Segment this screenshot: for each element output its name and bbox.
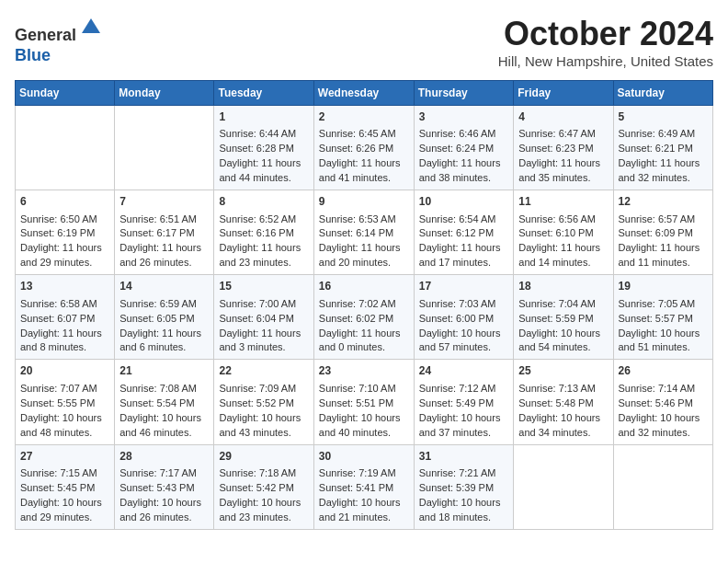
day-number: 6	[20, 194, 109, 210]
location-title: Hill, New Hampshire, United States	[498, 53, 713, 69]
calendar-cell: 1Sunrise: 6:44 AMSunset: 6:28 PMDaylight…	[214, 106, 313, 190]
calendar-cell: 12Sunrise: 6:57 AMSunset: 6:09 PMDayligh…	[613, 190, 713, 275]
calendar-cell: 15Sunrise: 7:00 AMSunset: 6:04 PMDayligh…	[214, 275, 313, 360]
day-number: 27	[20, 449, 109, 465]
day-number: 1	[219, 109, 308, 125]
calendar-cell: 27Sunrise: 7:15 AMSunset: 5:45 PMDayligh…	[16, 444, 115, 529]
day-number: 28	[119, 449, 209, 465]
calendar-cell	[115, 106, 214, 190]
day-number: 4	[518, 109, 608, 125]
day-number: 2	[319, 109, 409, 125]
svg-marker-0	[82, 18, 100, 33]
calendar-cell: 3Sunrise: 6:46 AMSunset: 6:24 PMDaylight…	[414, 106, 514, 190]
calendar-cell: 14Sunrise: 6:59 AMSunset: 6:05 PMDayligh…	[115, 275, 214, 360]
calendar-cell: 16Sunrise: 7:02 AMSunset: 6:02 PMDayligh…	[313, 275, 414, 360]
header-cell-saturday: Saturday	[613, 81, 713, 106]
day-number: 8	[219, 194, 308, 210]
calendar-cell: 29Sunrise: 7:18 AMSunset: 5:42 PMDayligh…	[214, 444, 313, 529]
header-cell-tuesday: Tuesday	[214, 81, 313, 106]
calendar-cell: 10Sunrise: 6:54 AMSunset: 6:12 PMDayligh…	[414, 190, 514, 275]
calendar-cell: 24Sunrise: 7:12 AMSunset: 5:49 PMDayligh…	[414, 360, 514, 444]
day-number: 10	[419, 194, 509, 210]
day-number: 24	[419, 363, 509, 379]
day-number: 15	[219, 279, 308, 294]
day-number: 26	[619, 363, 709, 379]
calendar-cell: 5Sunrise: 6:49 AMSunset: 6:21 PMDaylight…	[613, 106, 713, 190]
calendar-week-row: 27Sunrise: 7:15 AMSunset: 5:45 PMDayligh…	[16, 444, 713, 529]
calendar-cell: 13Sunrise: 6:58 AMSunset: 6:07 PMDayligh…	[16, 275, 115, 360]
header-cell-friday: Friday	[514, 81, 613, 106]
day-number: 3	[419, 109, 509, 125]
day-number: 7	[119, 194, 209, 210]
calendar-header: SundayMondayTuesdayWednesdayThursdayFrid…	[16, 81, 713, 106]
calendar-cell: 6Sunrise: 6:50 AMSunset: 6:19 PMDaylight…	[16, 190, 115, 275]
calendar-cell: 2Sunrise: 6:45 AMSunset: 6:26 PMDaylight…	[313, 106, 414, 190]
header-row: SundayMondayTuesdayWednesdayThursdayFrid…	[16, 81, 713, 106]
day-number: 31	[419, 449, 509, 465]
calendar-week-row: 20Sunrise: 7:07 AMSunset: 5:55 PMDayligh…	[16, 360, 713, 444]
calendar-cell: 11Sunrise: 6:56 AMSunset: 6:10 PMDayligh…	[514, 190, 613, 275]
day-number: 30	[319, 449, 409, 465]
day-number: 29	[219, 449, 308, 465]
calendar-cell: 25Sunrise: 7:13 AMSunset: 5:48 PMDayligh…	[514, 360, 613, 444]
day-number: 20	[20, 363, 109, 379]
day-number: 11	[518, 194, 608, 210]
day-number: 21	[119, 363, 209, 379]
calendar-cell: 23Sunrise: 7:10 AMSunset: 5:51 PMDayligh…	[313, 360, 414, 444]
day-number: 5	[619, 109, 709, 125]
calendar-cell: 22Sunrise: 7:09 AMSunset: 5:52 PMDayligh…	[214, 360, 313, 444]
calendar-cell: 19Sunrise: 7:05 AMSunset: 5:57 PMDayligh…	[613, 275, 713, 360]
calendar-cell: 4Sunrise: 6:47 AMSunset: 6:23 PMDaylight…	[514, 106, 613, 190]
day-number: 23	[319, 363, 409, 379]
calendar-cell: 28Sunrise: 7:17 AMSunset: 5:43 PMDayligh…	[115, 444, 214, 529]
header-cell-sunday: Sunday	[16, 81, 115, 106]
calendar-cell: 31Sunrise: 7:21 AMSunset: 5:39 PMDayligh…	[414, 444, 514, 529]
calendar-cell: 26Sunrise: 7:14 AMSunset: 5:46 PMDayligh…	[613, 360, 713, 444]
calendar-cell: 8Sunrise: 6:52 AMSunset: 6:16 PMDaylight…	[214, 190, 313, 275]
day-number: 19	[619, 279, 709, 294]
logo-text: General Blue	[15, 15, 104, 65]
calendar-cell: 20Sunrise: 7:07 AMSunset: 5:55 PMDayligh…	[16, 360, 115, 444]
logo-icon	[78, 15, 104, 40]
calendar-cell: 9Sunrise: 6:53 AMSunset: 6:14 PMDaylight…	[313, 190, 414, 275]
day-number: 18	[518, 279, 608, 294]
calendar-cell: 18Sunrise: 7:04 AMSunset: 5:59 PMDayligh…	[514, 275, 613, 360]
calendar-week-row: 6Sunrise: 6:50 AMSunset: 6:19 PMDaylight…	[16, 190, 713, 275]
header-cell-monday: Monday	[115, 81, 214, 106]
day-number: 12	[619, 194, 709, 210]
day-number: 25	[518, 363, 608, 379]
calendar-body: 1Sunrise: 6:44 AMSunset: 6:28 PMDaylight…	[16, 106, 713, 530]
calendar-cell	[16, 106, 115, 190]
calendar-week-row: 13Sunrise: 6:58 AMSunset: 6:07 PMDayligh…	[16, 275, 713, 360]
calendar-cell	[613, 444, 713, 529]
day-number: 17	[419, 279, 509, 294]
calendar-cell: 17Sunrise: 7:03 AMSunset: 6:00 PMDayligh…	[414, 275, 514, 360]
calendar-cell: 7Sunrise: 6:51 AMSunset: 6:17 PMDaylight…	[115, 190, 214, 275]
day-number: 14	[119, 279, 209, 294]
day-number: 22	[219, 363, 308, 379]
calendar-cell: 21Sunrise: 7:08 AMSunset: 5:54 PMDayligh…	[115, 360, 214, 444]
calendar-cell: 30Sunrise: 7:19 AMSunset: 5:41 PMDayligh…	[313, 444, 414, 529]
page-header: General Blue October 2024 Hill, New Hamp…	[15, 15, 713, 69]
title-area: October 2024 Hill, New Hampshire, United…	[498, 15, 713, 69]
calendar-week-row: 1Sunrise: 6:44 AMSunset: 6:28 PMDaylight…	[16, 106, 713, 190]
day-number: 9	[319, 194, 409, 210]
header-cell-thursday: Thursday	[414, 81, 514, 106]
calendar-cell	[514, 444, 613, 529]
day-number: 16	[319, 279, 409, 294]
logo: General Blue	[15, 15, 104, 65]
day-number: 13	[20, 279, 109, 294]
month-title: October 2024	[498, 15, 713, 53]
calendar-table: SundayMondayTuesdayWednesdayThursdayFrid…	[15, 80, 713, 530]
header-cell-wednesday: Wednesday	[313, 81, 414, 106]
